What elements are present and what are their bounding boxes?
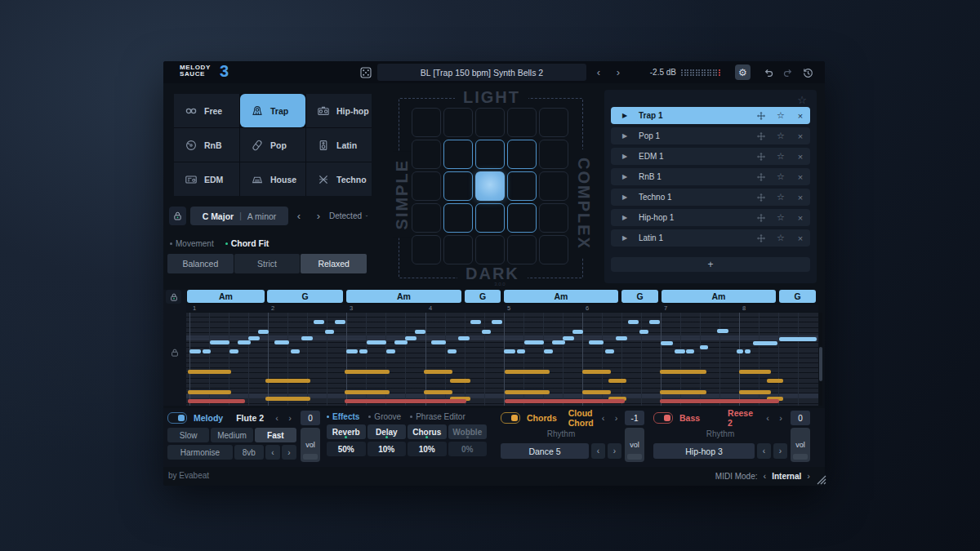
bass-patch-prev[interactable]: ‹ [761, 413, 774, 423]
pattern-row-hip-hop-1[interactable]: ▶Hip-hop 1☆× [611, 209, 810, 226]
bass-volume-slider[interactable]: vol [791, 428, 810, 462]
mode-button-balanced[interactable]: Balanced [167, 254, 234, 273]
key-detect-dropdown[interactable]: Detected [329, 207, 368, 225]
favorite-star-icon[interactable]: ☆ [797, 94, 807, 106]
chord-block-g[interactable]: G [779, 290, 816, 303]
mode-button-strict[interactable]: Strict [234, 254, 301, 273]
delete-x-icon[interactable]: × [791, 233, 810, 243]
favorite-star-icon[interactable]: ☆ [771, 171, 791, 182]
chords-patch-next[interactable]: › [610, 413, 623, 423]
melody-patch-next[interactable]: › [283, 413, 296, 423]
xy-cell-r3c3[interactable] [507, 203, 537, 233]
pattern-row-rnb-1[interactable]: ▶RnB 1☆× [611, 168, 810, 185]
preset-next-button[interactable]: › [611, 64, 626, 81]
octave-prev[interactable]: ‹ [265, 445, 280, 460]
delete-x-icon[interactable]: × [791, 213, 810, 223]
chords-volume-slider[interactable]: vol [625, 428, 644, 462]
melody-toggle[interactable] [167, 412, 187, 424]
xy-cell-r0c4[interactable] [539, 108, 568, 137]
xy-cell-r4c0[interactable] [412, 235, 441, 264]
play-icon[interactable]: ▶ [611, 112, 639, 119]
drag-move-icon[interactable] [751, 233, 771, 243]
delete-x-icon[interactable]: × [791, 111, 810, 121]
chords-patch-prev[interactable]: ‹ [597, 413, 610, 423]
speed-button-slow[interactable]: Slow [167, 428, 209, 442]
bass-transpose-value[interactable]: 0 [791, 411, 810, 425]
favorite-star-icon[interactable]: ☆ [771, 212, 791, 223]
genre-button-hip-hop[interactable]: Hip-hop [306, 94, 372, 127]
pattern-row-pop-1[interactable]: ▶Pop 1☆× [611, 127, 810, 144]
resize-grip[interactable] [815, 473, 826, 488]
genre-button-free[interactable]: Free [174, 94, 239, 127]
speed-button-fast[interactable]: Fast [255, 428, 296, 442]
play-icon[interactable]: ▶ [611, 193, 639, 201]
chord-block-g[interactable]: G [267, 290, 343, 303]
favorite-star-icon[interactable]: ☆ [771, 192, 791, 202]
genre-button-latin[interactable]: Latin [306, 128, 372, 162]
play-icon[interactable]: ▶ [611, 173, 639, 180]
xy-cell-r3c4[interactable] [539, 203, 568, 233]
drag-move-icon[interactable] [751, 172, 771, 182]
delete-x-icon[interactable]: × [791, 131, 810, 141]
preset-prev-button[interactable]: ‹ [591, 64, 606, 81]
roll-scrollbar-thumb[interactable] [819, 347, 822, 381]
fx-value-delay[interactable]: 10% [368, 442, 407, 456]
settings-gear-icon[interactable]: ⚙ [735, 64, 751, 80]
xy-cell-r2c0[interactable] [412, 171, 441, 201]
chord-block-am[interactable]: Am [346, 290, 461, 303]
play-icon[interactable]: ▶ [611, 214, 639, 221]
play-icon[interactable]: ▶ [611, 153, 639, 160]
drag-move-icon[interactable] [751, 213, 771, 223]
harmonise-button[interactable]: Harmonise [167, 445, 233, 460]
chords-rhythm-next[interactable]: › [608, 443, 621, 459]
genre-button-edm[interactable]: EDM [174, 162, 239, 196]
xy-cell-r0c3[interactable] [507, 108, 537, 137]
fx-value-wobble[interactable]: 0% [448, 442, 488, 456]
chord-block-g[interactable]: G [621, 290, 658, 303]
drag-move-icon[interactable] [751, 131, 771, 141]
history-clock-icon[interactable] [801, 66, 814, 79]
pattern-row-edm-1[interactable]: ▶EDM 1☆× [611, 148, 810, 165]
xy-cell-r0c2[interactable] [475, 108, 505, 137]
undo-icon[interactable] [762, 66, 775, 79]
genre-button-rnb[interactable]: RnB [174, 128, 239, 162]
bass-rhythm-select[interactable]: Hip-hop 3 [653, 443, 755, 459]
mode-button-relaxed[interactable]: Relaxed [301, 254, 367, 273]
xy-cell-r4c4[interactable] [539, 235, 568, 264]
pattern-row-latin-1[interactable]: ▶Latin 1☆× [611, 229, 810, 247]
xy-cell-r4c3[interactable] [507, 235, 537, 264]
genre-button-pop[interactable]: Pop [240, 128, 305, 162]
bass-patch-next[interactable]: › [774, 413, 787, 423]
xy-cell-r3c2[interactable] [475, 203, 505, 233]
tab-movement[interactable]: Movement [170, 238, 214, 249]
melody-patch-prev[interactable]: ‹ [270, 413, 283, 423]
delete-x-icon[interactable]: × [791, 152, 810, 162]
chord-block-am[interactable]: Am [662, 290, 776, 303]
xy-cell-r3c1[interactable] [443, 203, 473, 233]
piano-roll-lock-icon[interactable] [167, 345, 182, 360]
xy-cell-r4c2[interactable] [475, 235, 505, 264]
bass-rhythm-prev[interactable]: ‹ [757, 443, 771, 459]
chords-rhythm-select[interactable]: Dance 5 [501, 443, 589, 459]
tab-groove[interactable]: Groove [368, 412, 401, 421]
fx-button-chorus[interactable]: Chorus [408, 424, 447, 439]
drag-move-icon[interactable] [751, 193, 771, 202]
xy-cell-r1c3[interactable] [507, 140, 537, 169]
add-pattern-button[interactable]: + [611, 257, 810, 272]
fx-button-wobble[interactable]: Wobble [448, 424, 488, 439]
piano-roll[interactable] [186, 313, 818, 406]
favorite-star-icon[interactable]: ☆ [771, 110, 791, 121]
melody-transpose-value[interactable]: 0 [301, 411, 320, 425]
favorite-star-icon[interactable]: ☆ [771, 151, 791, 162]
tab-phrase-editor[interactable]: Phrase Editor [410, 412, 466, 421]
xy-cell-r1c4[interactable] [539, 140, 568, 169]
xy-cell-r2c4[interactable] [539, 171, 568, 201]
drag-move-icon[interactable] [751, 111, 771, 121]
chords-toggle[interactable] [501, 412, 520, 424]
chord-block-g[interactable]: G [465, 290, 501, 303]
xy-cell-r1c2[interactable] [475, 140, 505, 169]
fx-value-reverb[interactable]: 50% [327, 442, 366, 456]
chord-block-am[interactable]: Am [187, 290, 265, 303]
bass-rhythm-next[interactable]: › [773, 443, 787, 459]
midi-mode-value[interactable]: Internal [772, 472, 801, 481]
